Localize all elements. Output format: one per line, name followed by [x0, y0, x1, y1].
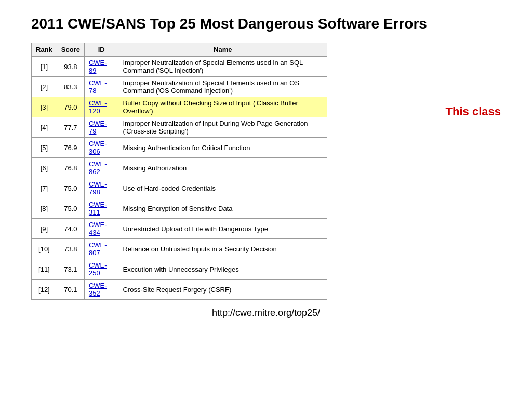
table-row: [9]74.0CWE-434Unrestricted Upload of Fil…	[32, 219, 327, 239]
id-cell[interactable]: CWE-120	[84, 97, 118, 117]
score-cell: 73.8	[57, 239, 84, 259]
page-container: 2011 CWE/SANS Top 25 Most Dangerous Soft…	[0, 0, 532, 329]
rank-cell: [10]	[32, 239, 57, 259]
table-wrapper: Rank Score ID Name [1]93.8CWE-89Improper…	[31, 43, 435, 300]
table-row: [7]75.0CWE-798Use of Hard-coded Credenti…	[32, 178, 327, 198]
rank-cell: [5]	[32, 138, 57, 158]
id-cell[interactable]: CWE-306	[84, 138, 118, 158]
score-cell: 74.0	[57, 219, 84, 239]
id-cell[interactable]: CWE-78	[84, 77, 118, 97]
table-row: [6]76.8CWE-862Missing Authorization	[32, 158, 327, 178]
footer-url: http://cwe.mitre.org/top25/	[31, 308, 501, 318]
score-cell: 76.8	[57, 158, 84, 178]
rank-cell: [8]	[32, 198, 57, 219]
score-cell: 83.3	[57, 77, 84, 97]
id-cell[interactable]: CWE-311	[84, 198, 118, 219]
rank-cell: [4]	[32, 117, 57, 138]
score-cell: 76.9	[57, 138, 84, 158]
id-cell[interactable]: CWE-250	[84, 259, 118, 280]
id-cell[interactable]: CWE-79	[84, 117, 118, 138]
name-cell: Execution with Unnecessary Privileges	[118, 259, 327, 280]
name-cell: Use of Hard-coded Credentials	[118, 178, 327, 198]
id-cell[interactable]: CWE-89	[84, 57, 118, 77]
score-cell: 77.7	[57, 117, 84, 138]
rank-cell: [7]	[32, 178, 57, 198]
name-cell: Missing Authorization	[118, 158, 327, 178]
cwe-table: Rank Score ID Name [1]93.8CWE-89Improper…	[31, 43, 327, 300]
id-cell[interactable]: CWE-434	[84, 219, 118, 239]
name-cell: Cross-Site Request Forgery (CSRF)	[118, 280, 327, 300]
name-cell: Missing Encryption of Sensitive Data	[118, 198, 327, 219]
this-class-label: This class	[446, 105, 501, 118]
score-cell: 70.1	[57, 280, 84, 300]
name-cell: Unrestricted Upload of File with Dangero…	[118, 219, 327, 239]
rank-cell: [3]	[32, 97, 57, 117]
content-area: Rank Score ID Name [1]93.8CWE-89Improper…	[31, 43, 501, 300]
score-cell: 93.8	[57, 57, 84, 77]
score-cell: 75.0	[57, 198, 84, 219]
name-cell: Missing Authentication for Critical Func…	[118, 138, 327, 158]
table-row: [5]76.9CWE-306Missing Authentication for…	[32, 138, 327, 158]
table-row: [11]73.1CWE-250Execution with Unnecessar…	[32, 259, 327, 280]
table-row: [2]83.3CWE-78Improper Neutralization of …	[32, 77, 327, 97]
table-row: [12]70.1CWE-352Cross-Site Request Forger…	[32, 280, 327, 300]
rank-cell: [2]	[32, 77, 57, 97]
id-cell[interactable]: CWE-862	[84, 158, 118, 178]
name-cell: Reliance on Untrusted Inputs in a Securi…	[118, 239, 327, 259]
rank-cell: [9]	[32, 219, 57, 239]
rank-cell: [6]	[32, 158, 57, 178]
col-header-rank: Rank	[32, 43, 57, 57]
id-cell[interactable]: CWE-798	[84, 178, 118, 198]
col-header-name: Name	[118, 43, 327, 57]
name-cell: Buffer Copy without Checking Size of Inp…	[118, 97, 327, 117]
score-cell: 73.1	[57, 259, 84, 280]
rank-cell: [12]	[32, 280, 57, 300]
rank-cell: [1]	[32, 57, 57, 77]
score-cell: 75.0	[57, 178, 84, 198]
id-cell[interactable]: CWE-352	[84, 280, 118, 300]
table-row: [3]79.0CWE-120Buffer Copy without Checki…	[32, 97, 327, 117]
table-row: [4]77.7CWE-79Improper Neutralization of …	[32, 117, 327, 138]
id-cell[interactable]: CWE-807	[84, 239, 118, 259]
name-cell: Improper Neutralization of Input During …	[118, 117, 327, 138]
page-title: 2011 CWE/SANS Top 25 Most Dangerous Soft…	[31, 16, 501, 32]
name-cell: Improper Neutralization of Special Eleme…	[118, 57, 327, 77]
col-header-score: Score	[57, 43, 84, 57]
col-header-id: ID	[84, 43, 118, 57]
table-row: [1]93.8CWE-89Improper Neutralization of …	[32, 57, 327, 77]
rank-cell: [11]	[32, 259, 57, 280]
score-cell: 79.0	[57, 97, 84, 117]
name-cell: Improper Neutralization of Special Eleme…	[118, 77, 327, 97]
table-row: [8]75.0CWE-311Missing Encryption of Sens…	[32, 198, 327, 219]
table-row: [10]73.8CWE-807Reliance on Untrusted Inp…	[32, 239, 327, 259]
